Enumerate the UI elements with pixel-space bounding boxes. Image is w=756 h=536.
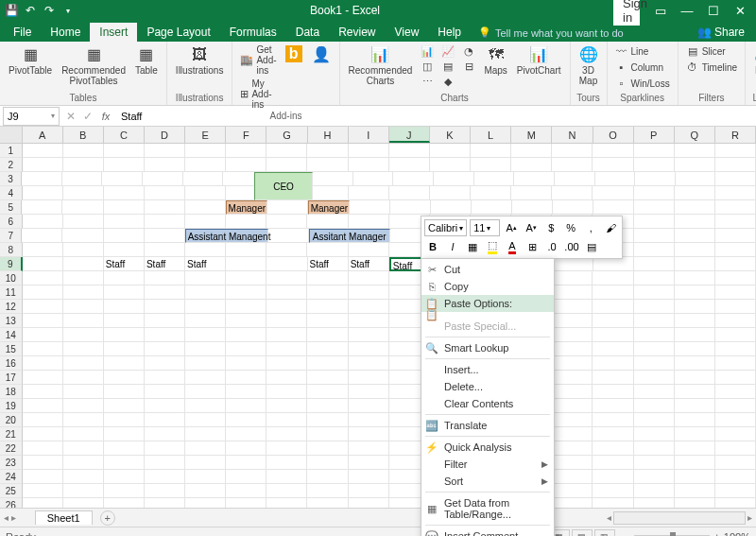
row-header-17[interactable]: 17 [0, 371, 23, 385]
cell-D16[interactable] [145, 356, 185, 371]
cell-Q2[interactable] [675, 158, 715, 172]
cell-O4[interactable] [593, 186, 633, 200]
cell-G18[interactable] [266, 385, 307, 399]
recommended-pivottables-button[interactable]: ▦Recommended PivotTables [59, 43, 129, 88]
cell-D15[interactable] [145, 342, 185, 356]
sheet-nav[interactable]: ◂ ▸ [4, 512, 16, 523]
cell-E26[interactable] [185, 498, 226, 508]
cell-L5[interactable] [472, 200, 512, 215]
ctx-copy[interactable]: ⎘Copy [421, 278, 554, 295]
cell-J2[interactable] [389, 158, 430, 172]
cell-O20[interactable] [593, 413, 633, 427]
cell-Q3[interactable] [676, 172, 716, 186]
cell-C22[interactable] [104, 441, 145, 456]
enter-icon[interactable]: ✓ [79, 110, 96, 123]
cell-E8[interactable] [185, 243, 226, 257]
my-addins-button[interactable]: ⊞My Add-ins [238, 78, 278, 111]
name-box[interactable]: J9▾ [3, 107, 60, 126]
table-button[interactable]: ▦Table [132, 43, 161, 78]
cell-B12[interactable] [63, 300, 104, 314]
cell-E10[interactable] [185, 271, 226, 285]
cell-O16[interactable] [593, 356, 633, 371]
cell-A18[interactable] [23, 385, 63, 399]
cell-B13[interactable] [63, 314, 104, 328]
link-button[interactable]: 🔗Link [751, 43, 756, 78]
cell-K2[interactable] [430, 158, 471, 172]
cell-C23[interactable] [104, 456, 145, 470]
cell-H17[interactable] [307, 371, 348, 385]
cell-I9[interactable]: Staff [349, 257, 389, 271]
cell-B4[interactable] [63, 186, 104, 200]
cell-P11[interactable] [634, 285, 675, 300]
cell-O3[interactable] [595, 172, 636, 186]
cell-R6[interactable] [715, 215, 756, 229]
cell-E1[interactable] [185, 144, 226, 158]
surface-chart-button[interactable]: ◆ [439, 74, 456, 89]
cell-E16[interactable] [185, 356, 226, 371]
column-header-E[interactable]: E [185, 127, 226, 143]
cell-D23[interactable] [145, 456, 185, 470]
cell-N1[interactable] [552, 144, 593, 158]
cell-A4[interactable] [23, 186, 63, 200]
cell-B3[interactable] [62, 172, 103, 186]
cell-B10[interactable] [63, 271, 104, 285]
cell-I16[interactable] [349, 356, 389, 371]
cell-K3[interactable] [434, 172, 474, 186]
cell-E20[interactable] [185, 413, 226, 427]
cell-F25[interactable] [226, 484, 266, 498]
cell-O19[interactable] [593, 399, 633, 413]
cell-L2[interactable] [471, 158, 511, 172]
cell-P18[interactable] [634, 385, 675, 399]
cell-E18[interactable] [185, 385, 226, 399]
cell-D11[interactable] [145, 285, 185, 300]
tab-insert[interactable]: Insert [90, 23, 137, 42]
cell-I24[interactable] [349, 470, 389, 484]
cell-A8[interactable] [23, 243, 63, 257]
cell-M3[interactable] [514, 172, 555, 186]
cell-C15[interactable] [104, 342, 145, 356]
ctx-filter[interactable]: Filter▶ [421, 456, 554, 473]
cell-B15[interactable] [63, 342, 104, 356]
cell-H5[interactable]: Manager [308, 200, 350, 215]
cell-C17[interactable] [104, 371, 145, 385]
cell-C7[interactable] [104, 229, 145, 243]
cell-F8[interactable] [226, 243, 266, 257]
cell-I19[interactable] [349, 399, 389, 413]
cell-R5[interactable] [715, 200, 756, 215]
cell-A25[interactable] [23, 484, 63, 498]
cell-D10[interactable] [145, 271, 185, 285]
cell-Q7[interactable] [675, 229, 715, 243]
cell-N14[interactable] [552, 328, 593, 342]
cell-O22[interactable] [593, 441, 633, 456]
cell-H22[interactable] [307, 441, 348, 456]
cell-G12[interactable] [266, 300, 307, 314]
combo-chart-button[interactable]: ⊟ [460, 59, 477, 74]
column-header-P[interactable]: P [634, 127, 675, 143]
cell-N3[interactable] [555, 172, 595, 186]
cell-P19[interactable] [634, 399, 675, 413]
bold-button[interactable]: B [424, 238, 441, 255]
cell-G13[interactable] [266, 314, 307, 328]
cell-N16[interactable] [552, 356, 593, 371]
cell-E3[interactable] [183, 172, 224, 186]
cell-D9[interactable]: Staff [145, 257, 185, 271]
cell-F12[interactable] [226, 300, 266, 314]
cell-D3[interactable] [143, 172, 183, 186]
cell-N10[interactable] [552, 271, 593, 285]
cell-G19[interactable] [266, 399, 307, 413]
cancel-icon[interactable]: ✕ [62, 110, 79, 123]
cell-Q4[interactable] [675, 186, 715, 200]
cell-I3[interactable] [353, 172, 394, 186]
cell-F9[interactable] [226, 257, 266, 271]
decrease-font-icon[interactable]: A▾ [523, 219, 540, 236]
cell-R1[interactable] [715, 144, 756, 158]
cell-H19[interactable] [307, 399, 348, 413]
cell-C8[interactable] [104, 243, 145, 257]
cell-G5[interactable] [267, 200, 308, 215]
borders-icon[interactable]: ▦ [464, 238, 481, 255]
cell-E17[interactable] [185, 371, 226, 385]
cell-A5[interactable] [22, 200, 62, 215]
cell-G10[interactable] [266, 271, 307, 285]
cell-K4[interactable] [430, 186, 471, 200]
cell-F20[interactable] [226, 413, 266, 427]
